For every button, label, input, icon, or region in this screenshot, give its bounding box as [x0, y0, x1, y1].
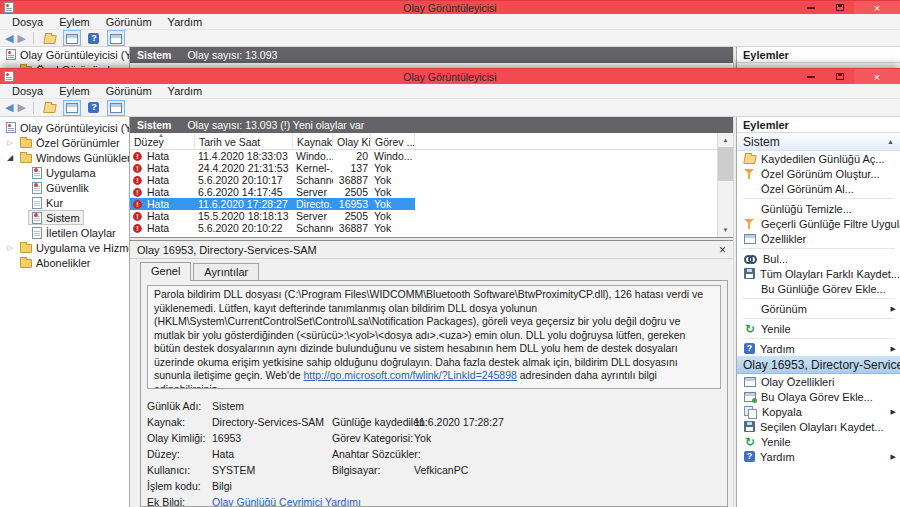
scroll-up-icon[interactable]: ▲ — [718, 133, 733, 147]
menu-item-3[interactable]: Yardım — [160, 16, 211, 28]
back-icon[interactable]: ◀ — [5, 102, 13, 113]
forward-icon[interactable]: ▶ — [17, 33, 25, 44]
scrollbar-thumb[interactable] — [718, 147, 733, 181]
log-icon — [32, 167, 42, 179]
maximize-button[interactable] — [825, 1, 854, 14]
action-separator — [742, 298, 895, 299]
field-value: SYSTEM — [212, 462, 332, 478]
menu-item-0[interactable]: Dosya — [4, 16, 51, 28]
menu-item-2[interactable]: Görünüm — [98, 85, 160, 97]
action-0-16[interactable]: Yardım▶ — [737, 341, 900, 356]
help-icon — [88, 102, 99, 113]
table-scrollbar[interactable]: ▲ ▼ — [717, 133, 733, 237]
menu-bar: DosyaEylemGörünümYardım — [0, 14, 900, 30]
action-1-2[interactable]: Kopyala▶ — [737, 404, 900, 419]
event-level-cell: Hata — [130, 210, 195, 222]
window-title: Olay Görüntüleyicisi — [0, 71, 900, 83]
action-0-0[interactable]: Kaydedilen Günlüğü Aç... — [737, 151, 900, 166]
tree-item-4[interactable]: Güvenlik — [0, 180, 129, 195]
open-saved-log-button[interactable] — [41, 30, 59, 46]
event-row-0[interactable]: Hata11.4.2020 18:33:03Windo...20Windo... — [130, 150, 415, 162]
description-link[interactable]: http://go.microsoft.com/fwlink/?LinkId=2… — [303, 369, 516, 381]
column-header-2[interactable]: Kaynak — [293, 133, 333, 149]
event-row-3[interactable]: Hata6.6.2020 14:17:45Server2505Yok — [130, 186, 415, 198]
event-level-cell: Hata — [130, 198, 195, 210]
action-1-3[interactable]: Seçilen Olayları Kaydet... — [737, 419, 900, 434]
field-label: Günlüğe kaydedilen: — [332, 414, 414, 430]
action-0-12[interactable]: Görünüm▶ — [737, 301, 900, 316]
action-1-5[interactable]: Yardım▶ — [737, 449, 900, 464]
tab-details[interactable]: Ayrıntılar — [193, 263, 259, 280]
expander-icon[interactable]: ◢ — [4, 153, 16, 162]
show-console-tree-button[interactable] — [63, 30, 81, 46]
open-saved-log-button[interactable] — [41, 100, 59, 116]
action-0-6[interactable]: Özellikler — [737, 231, 900, 246]
action-0-5[interactable]: Geçerli Günlüğe Filtre Uygula... — [737, 216, 900, 231]
menu-item-1[interactable]: Eylem — [51, 85, 98, 97]
tree-item-8[interactable]: ▷Uygulama ve Hizmet Günlükleri — [0, 240, 129, 255]
action-section-0[interactable]: Sistem▲ — [737, 133, 900, 151]
action-0-14[interactable]: Yenile — [737, 321, 900, 336]
tree-item-7[interactable]: İletilen Olaylar — [0, 225, 129, 240]
minimize-button[interactable] — [796, 69, 825, 84]
show-console-tree-button[interactable] — [63, 100, 81, 116]
tab-general[interactable]: Genel — [140, 262, 191, 281]
show-action-pane-button[interactable] — [107, 100, 125, 116]
tree-item-6[interactable]: Sistem — [0, 210, 129, 225]
show-action-pane-button[interactable] — [107, 30, 125, 46]
back-icon[interactable]: ◀ — [5, 33, 13, 44]
action-0-9[interactable]: Tüm Olayları Farklı Kaydet... — [737, 266, 900, 281]
background-console-tree: Olay Görüntüleyicisi (Yerel) ▷ Özel Görü… — [0, 47, 130, 68]
tree-item-9[interactable]: Abonelikler — [0, 255, 129, 270]
tree-item-5[interactable]: Kur — [0, 195, 129, 210]
action-1-4[interactable]: Yenile — [737, 434, 900, 449]
event-row-1[interactable]: Hata24.4.2020 21:31:53Kernel-...137Yok — [130, 162, 415, 174]
event-row-4[interactable]: Hata11.6.2020 17:28:27Directo...16953Yok — [130, 198, 415, 210]
maximize-button[interactable] — [825, 69, 854, 84]
action-1-0[interactable]: Olay Özellikleri — [737, 374, 900, 389]
menu-item-1[interactable]: Eylem — [51, 16, 98, 28]
tree-item-root[interactable]: Olay Görüntüleyicisi (Yerel) — [0, 47, 129, 62]
event-row-5[interactable]: Hata15.5.2020 18:18:13Server2505Yok — [130, 210, 415, 222]
help-button[interactable] — [85, 30, 103, 46]
tree-item-3[interactable]: Uygulama — [0, 165, 129, 180]
action-0-8[interactable]: Bul... — [737, 251, 900, 266]
event-task-cell: Yok — [371, 222, 415, 234]
action-label: Görünüm — [761, 303, 807, 315]
column-header-1[interactable]: Tarih ve Saat — [195, 133, 293, 149]
minimize-button[interactable] — [796, 1, 825, 14]
action-label: Tüm Olayları Farklı Kaydet... — [760, 268, 900, 280]
close-detail-icon[interactable]: × — [719, 244, 726, 256]
actions-pane-title: Eylemler — [737, 47, 900, 63]
forward-icon[interactable]: ▶ — [17, 102, 25, 113]
column-header-4[interactable]: Görev ... — [371, 133, 415, 149]
tree-item-0[interactable]: Olay Görüntüleyicisi (Yerel) — [0, 120, 129, 135]
tree-item-1[interactable]: ▷Özel Görünümler — [0, 135, 129, 150]
event-row-2[interactable]: Hata5.6.2020 20:10:17Schannel36887Yok — [130, 174, 415, 186]
scroll-down-icon[interactable]: ▼ — [718, 223, 733, 237]
action-0-2[interactable]: Özel Görünüm Al... — [737, 181, 900, 196]
app-icon[interactable] — [4, 2, 14, 13]
column-header-3[interactable]: Olay Ki... — [333, 133, 371, 149]
expander-icon[interactable]: ▷ — [4, 244, 16, 252]
app-icon[interactable] — [4, 71, 14, 82]
action-1-1[interactable]: Bu Olaya Görev Ekle... — [737, 389, 900, 404]
event-level: Hata — [147, 210, 169, 222]
action-0-4[interactable]: Günlüğü Temizle... — [737, 201, 900, 216]
menu-item-3[interactable]: Yardım — [160, 85, 211, 97]
column-header-0[interactable]: Düzey▲ — [130, 133, 195, 149]
action-0-1[interactable]: Özel Görünüm Oluştur... — [737, 166, 900, 181]
menu-item-2[interactable]: Görünüm — [98, 16, 160, 28]
tree-item-2[interactable]: ◢Windows Günlükleri — [0, 150, 129, 165]
action-0-10[interactable]: Bu Günlüğe Görev Ekle... — [737, 281, 900, 296]
close-button[interactable]: × — [854, 1, 900, 14]
close-button[interactable]: × — [854, 69, 900, 84]
event-row-6[interactable]: Hata5.6.2020 20:10:22Schannel36887Yok — [130, 222, 415, 234]
expander-icon[interactable]: ▷ — [4, 139, 16, 147]
help-button[interactable] — [85, 100, 103, 116]
event-log-online-help-link[interactable]: Olay Günlüğü Çevrimiçi Yardımı — [212, 496, 361, 507]
collapse-icon[interactable]: ▲ — [883, 138, 894, 145]
tree-item-label: Windows Günlükleri — [36, 152, 129, 164]
action-section-1[interactable]: Olay 16953, Directory-Services-...▲ — [737, 356, 900, 374]
menu-item-0[interactable]: Dosya — [4, 85, 51, 97]
